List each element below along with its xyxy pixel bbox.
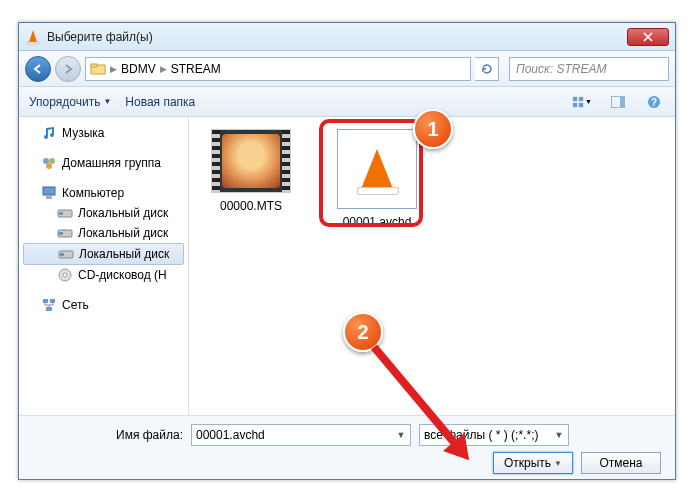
chevron-icon: ▶ bbox=[110, 64, 117, 74]
disk-icon bbox=[57, 225, 73, 241]
file-dialog-window: Выберите файл(ы) ▶ BDMV ▶ STREAM Поиск: … bbox=[18, 22, 676, 480]
close-button[interactable] bbox=[627, 28, 669, 46]
folder-icon bbox=[90, 61, 106, 77]
preview-pane-button[interactable] bbox=[607, 92, 629, 112]
address-bar[interactable]: ▶ BDMV ▶ STREAM bbox=[85, 57, 471, 81]
disk-icon bbox=[57, 205, 73, 221]
tiles-icon bbox=[572, 95, 584, 109]
svg-rect-26 bbox=[50, 299, 55, 303]
sidebar-item-network[interactable]: Сеть bbox=[23, 295, 184, 315]
svg-marker-0 bbox=[29, 30, 37, 42]
filetype-select[interactable]: все файлы ( * ) (;*.*;) ▼ bbox=[419, 424, 569, 446]
chevron-down-icon: ▼ bbox=[103, 97, 111, 106]
svg-rect-16 bbox=[46, 196, 52, 199]
search-placeholder: Поиск: STREAM bbox=[516, 62, 606, 76]
breadcrumb[interactable]: STREAM bbox=[171, 62, 221, 76]
chevron-down-icon: ▼ bbox=[552, 430, 566, 440]
svg-text:?: ? bbox=[651, 97, 657, 108]
file-item-selected[interactable]: 00001.avchd 1 bbox=[327, 129, 427, 229]
file-name-label: 00001.avchd bbox=[327, 215, 427, 229]
svg-point-12 bbox=[43, 158, 49, 164]
forward-button[interactable] bbox=[55, 56, 81, 82]
sidebar-item-cdrom[interactable]: CD-дисковод (H bbox=[23, 265, 184, 285]
disk-icon bbox=[58, 246, 74, 262]
music-icon bbox=[41, 125, 57, 141]
file-name-label: 00000.MTS bbox=[201, 199, 301, 213]
sidebar-item-disk[interactable]: Локальный диск bbox=[23, 223, 184, 243]
search-input[interactable]: Поиск: STREAM bbox=[509, 57, 669, 81]
arrow-left-icon bbox=[32, 63, 44, 75]
svg-point-14 bbox=[46, 163, 52, 169]
footer: Имя файла: 00001.avchd ▼ все файлы ( * )… bbox=[19, 415, 675, 479]
sidebar-item-disk-selected[interactable]: Локальный диск bbox=[23, 243, 184, 265]
refresh-icon bbox=[481, 63, 493, 75]
svg-rect-18 bbox=[59, 212, 63, 215]
svg-point-24 bbox=[63, 273, 67, 277]
svg-rect-5 bbox=[579, 96, 583, 100]
svg-rect-22 bbox=[60, 253, 64, 256]
chevron-icon: ▶ bbox=[160, 64, 167, 74]
chevron-down-icon: ▼ bbox=[394, 430, 408, 440]
svg-rect-15 bbox=[43, 187, 55, 195]
file-thumbnail bbox=[337, 129, 417, 209]
breadcrumb[interactable]: BDMV bbox=[121, 62, 156, 76]
file-list[interactable]: 00000.MTS 00001.avchd 1 bbox=[189, 117, 675, 415]
help-button[interactable]: ? bbox=[643, 92, 665, 112]
split-chevron-icon: ▼ bbox=[554, 459, 562, 468]
svg-rect-25 bbox=[43, 299, 48, 303]
sidebar-item-music[interactable]: Музыка bbox=[23, 123, 184, 143]
sidebar-item-disk[interactable]: Локальный диск bbox=[23, 203, 184, 223]
svg-rect-7 bbox=[579, 102, 583, 106]
video-thumbnail bbox=[211, 129, 291, 193]
sidebar: Музыка Домашняя группа Компьютер Локальн… bbox=[19, 117, 189, 415]
help-icon: ? bbox=[647, 95, 661, 109]
network-icon bbox=[41, 297, 57, 313]
vlc-cone-icon bbox=[361, 149, 393, 189]
cancel-button[interactable]: Отмена bbox=[581, 452, 661, 474]
svg-rect-20 bbox=[59, 232, 63, 235]
filename-input[interactable]: 00001.avchd ▼ bbox=[191, 424, 411, 446]
cdrom-icon bbox=[57, 267, 73, 283]
svg-rect-6 bbox=[573, 102, 577, 106]
titlebar: Выберите файл(ы) bbox=[19, 23, 675, 51]
chevron-down-icon: ▼ bbox=[585, 98, 592, 105]
svg-point-13 bbox=[49, 158, 55, 164]
computer-icon bbox=[41, 185, 57, 201]
svg-rect-1 bbox=[27, 42, 39, 44]
vlc-cone-icon bbox=[25, 29, 41, 45]
new-folder-button[interactable]: Новая папка bbox=[125, 95, 195, 109]
organize-button[interactable]: Упорядочить ▼ bbox=[29, 95, 111, 109]
file-item[interactable]: 00000.MTS bbox=[201, 129, 301, 213]
refresh-button[interactable] bbox=[475, 57, 499, 81]
annotation-badge: 2 bbox=[343, 312, 383, 352]
arrow-right-icon bbox=[62, 63, 74, 75]
annotation-badge: 1 bbox=[413, 109, 453, 149]
svg-rect-4 bbox=[573, 96, 577, 100]
panel-icon bbox=[611, 96, 625, 108]
svg-rect-3 bbox=[91, 64, 97, 67]
sidebar-item-computer[interactable]: Компьютер bbox=[23, 183, 184, 203]
navbar: ▶ BDMV ▶ STREAM Поиск: STREAM bbox=[19, 51, 675, 87]
view-mode-button[interactable]: ▼ bbox=[571, 92, 593, 112]
svg-rect-9 bbox=[620, 97, 624, 107]
toolbar: Упорядочить ▼ Новая папка ▼ ? bbox=[19, 87, 675, 117]
window-title: Выберите файл(ы) bbox=[47, 30, 627, 44]
content-area: Музыка Домашняя группа Компьютер Локальн… bbox=[19, 117, 675, 415]
svg-rect-27 bbox=[46, 307, 52, 311]
back-button[interactable] bbox=[25, 56, 51, 82]
sidebar-item-homegroup[interactable]: Домашняя группа bbox=[23, 153, 184, 173]
homegroup-icon bbox=[41, 155, 57, 171]
filename-label: Имя файла: bbox=[33, 428, 183, 442]
open-button[interactable]: Открыть ▼ bbox=[493, 452, 573, 474]
close-icon bbox=[643, 32, 653, 42]
